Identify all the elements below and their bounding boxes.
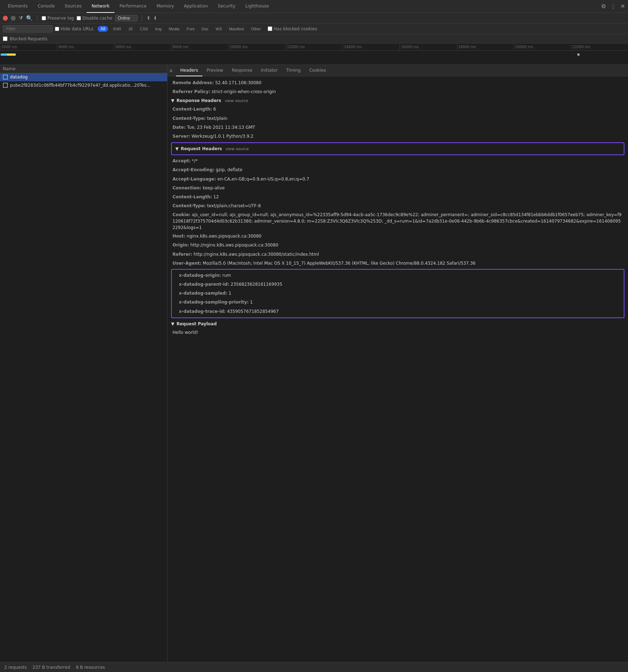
more-options-icon[interactable]: ⋮ — [611, 3, 616, 10]
tab-security[interactable]: Security — [213, 0, 240, 13]
disable-cache-label[interactable]: Disable cache — [77, 16, 112, 21]
request-payload-section[interactable]: ▼ Request Payload — [168, 320, 628, 328]
req-accept-encoding-val: gzip, deflate — [216, 167, 243, 172]
request-item-1[interactable]: pube2f8283d1c06ffb44bf77b4cf92297e4?_dd.… — [0, 81, 167, 90]
settings-icon[interactable]: ⚙ — [601, 3, 606, 10]
req-accept-encoding-row: Accept-Encoding: gzip, deflate — [168, 166, 628, 174]
request-payload-value: Hello world! — [173, 330, 198, 335]
close-panel-button[interactable]: × — [169, 68, 173, 73]
req-user-agent-key: User-Agent: — [173, 261, 201, 266]
request-headers-section[interactable]: ▼ Request Headers view source — [172, 144, 624, 153]
req-content-length-key: Content-Length: — [173, 194, 212, 199]
req-host-val: nginx.k8s.aws.pipsquack.ca:30080 — [187, 234, 262, 239]
filter-chip-js[interactable]: JS — [126, 26, 135, 31]
filter-input[interactable] — [3, 25, 53, 32]
filter-chip-doc[interactable]: Doc — [199, 26, 211, 31]
timeline-tick-7: 14000 ms — [343, 44, 400, 50]
hide-data-urls-label[interactable]: Hide data URLs — [55, 26, 93, 31]
referrer-policy-val: strict-origin-when-cross-origin — [212, 89, 276, 94]
resp-content-length-val: 6 — [213, 107, 216, 112]
req-referer-val: http://nginx.k8s.aws.pipsquack.ca:30080/… — [194, 252, 319, 257]
filter-chip-img[interactable]: Img — [153, 26, 164, 31]
req-referer-key: Referer: — [173, 252, 192, 257]
req-accept-encoding-key: Accept-Encoding: — [173, 167, 215, 172]
timeline-bar-yellow — [7, 54, 16, 56]
main-split: Name datadog pube2f8283d1c06ffb44bf77b4c… — [0, 65, 628, 662]
tab-elements[interactable]: Elements — [3, 0, 33, 13]
export-icon[interactable]: ⬇ — [153, 15, 157, 21]
request-name-1: pube2f8283d1c06ffb44bf77b4cf92297e4?_dd.… — [10, 83, 150, 88]
timeline-tick-9: 18000 ms — [457, 44, 514, 50]
clear-button[interactable] — [11, 16, 16, 21]
timeline-bars — [0, 51, 628, 65]
import-icon[interactable]: ⬆ — [146, 15, 150, 21]
devtools-actions: ⚙ ⋮ ✕ — [601, 3, 625, 10]
preserve-log-checkbox[interactable] — [42, 16, 46, 20]
tab-console[interactable]: Console — [33, 0, 60, 13]
record-button[interactable] — [3, 16, 8, 21]
resp-date-row: Date: Tue, 23 Feb 2021 11:34:13 GMT — [168, 123, 628, 132]
timeline-tick-3: 6000 ms — [114, 44, 171, 50]
detail-tab-response[interactable]: Response — [227, 65, 257, 76]
disable-cache-checkbox[interactable] — [77, 16, 81, 20]
devtools-tab-bar: Elements Console Sources Network Perform… — [0, 0, 628, 13]
resp-server-row: Server: Werkzeug/1.0.1 Python/3.9.2 — [168, 132, 628, 141]
toolbar-divider-1 — [37, 15, 37, 21]
filter-chip-ws[interactable]: WS — [213, 26, 225, 31]
preserve-log-label[interactable]: Preserve log — [42, 16, 74, 21]
request-headers-highlight-box: ▼ Request Headers view source — [171, 142, 624, 155]
throttle-select[interactable]: Online — [115, 15, 138, 21]
detail-tab-timing[interactable]: Timing — [282, 65, 305, 76]
timeline-bar-blue — [1, 54, 7, 56]
dd-parent-id-key: x-datadog-parent-id: — [179, 282, 229, 287]
request-headers-view-source[interactable]: view source — [226, 147, 249, 151]
tab-memory[interactable]: Memory — [151, 0, 179, 13]
request-item-0[interactable]: datadog — [0, 73, 167, 81]
timeline-tick-4: 8000 ms — [171, 44, 228, 50]
tab-lighthouse[interactable]: Lighthouse — [240, 0, 274, 13]
close-devtools-icon[interactable]: ✕ — [621, 3, 625, 10]
timeline-ruler: 2000 ms 4000 ms 6000 ms 8000 ms 10000 ms… — [0, 44, 628, 51]
dd-sampling-priority-key: x-datadog-sampling-priority: — [179, 300, 249, 305]
resp-server-val: Werkzeug/1.0.1 Python/3.9.2 — [191, 134, 253, 139]
tab-performance[interactable]: Performance — [114, 0, 151, 13]
filter-icon[interactable]: ⧩ — [19, 15, 23, 21]
resp-content-length-key: Content-Length: — [173, 107, 212, 112]
dd-origin-val: rum — [222, 273, 231, 278]
req-accept-row: Accept: */* — [168, 157, 628, 166]
req-host-key: Host: — [173, 234, 185, 239]
blocked-requests-checkbox[interactable] — [3, 36, 7, 41]
request-list: datadog pube2f8283d1c06ffb44bf77b4cf9229… — [0, 73, 167, 662]
req-accept-language-row: Accept-Language: en-CA,en-GB;q=0.9,en-US… — [168, 175, 628, 184]
tab-application[interactable]: Application — [179, 0, 213, 13]
request-headers-label: Request Headers — [181, 146, 222, 151]
filter-chip-media[interactable]: Media — [166, 26, 182, 31]
filter-chip-font[interactable]: Font — [184, 26, 197, 31]
detail-tab-preview[interactable]: Preview — [202, 65, 228, 76]
tab-network[interactable]: Network — [87, 0, 114, 13]
response-headers-view-source[interactable]: view source — [225, 98, 248, 103]
filter-chip-other[interactable]: Other — [248, 26, 263, 31]
detail-tab-headers[interactable]: Headers — [176, 65, 202, 76]
filter-chip-manifest[interactable]: Manifest — [227, 26, 247, 31]
response-headers-label: Response Headers — [176, 98, 221, 103]
search-icon[interactable]: 🔍 — [26, 15, 33, 21]
dd-sampling-priority-val: 1 — [250, 300, 253, 305]
has-blocked-cookies-label[interactable]: Has blocked cookies — [268, 26, 317, 31]
dd-trace-id-key: x-datadog-trace-id: — [179, 309, 226, 314]
detail-tab-initiator[interactable]: Initiator — [257, 65, 282, 76]
tab-sources[interactable]: Sources — [60, 0, 87, 13]
has-blocked-cookies-checkbox[interactable] — [268, 26, 272, 31]
response-headers-section[interactable]: ▼ Response Headers view source — [168, 96, 628, 105]
detail-tab-cookies[interactable]: Cookies — [305, 65, 330, 76]
req-connection-key: Connection: — [173, 185, 201, 190]
dd-sampled-val: 1 — [228, 291, 231, 296]
dd-origin-key: x-datadog-origin: — [179, 273, 221, 278]
hide-data-urls-checkbox[interactable] — [55, 27, 59, 31]
resp-date-val: Tue, 23 Feb 2021 11:34:13 GMT — [187, 125, 255, 130]
filter-chip-xhr[interactable]: XHR — [110, 26, 123, 31]
timeline-area: 2000 ms 4000 ms 6000 ms 8000 ms 10000 ms… — [0, 44, 628, 65]
filter-chip-css[interactable]: CSS — [138, 26, 151, 31]
filter-chip-all[interactable]: All — [98, 26, 108, 32]
req-user-agent-val: Mozilla/5.0 (Macintosh; Intel Mac OS X 1… — [203, 261, 475, 266]
